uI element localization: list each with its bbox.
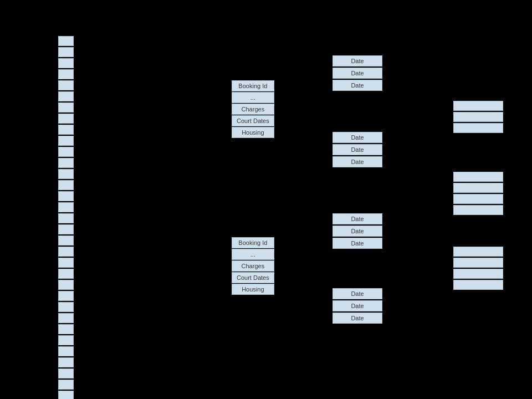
card-row: Charges bbox=[232, 260, 274, 272]
left-block bbox=[58, 47, 74, 57]
card-row: Booking Id bbox=[232, 80, 274, 91]
card-row: ... bbox=[232, 249, 274, 260]
date-box: Date bbox=[332, 288, 382, 299]
left-column bbox=[58, 36, 74, 399]
date-box: Date bbox=[332, 55, 382, 66]
date-box: Date bbox=[332, 144, 382, 155]
date-box: Date bbox=[332, 300, 382, 311]
left-block bbox=[58, 114, 74, 124]
left-block bbox=[58, 191, 74, 201]
right-block bbox=[453, 194, 503, 204]
date-box: Date bbox=[332, 213, 382, 224]
left-block bbox=[58, 213, 74, 223]
left-block bbox=[58, 291, 74, 301]
left-block bbox=[58, 224, 74, 234]
right-block bbox=[453, 172, 503, 182]
card-row: Housing bbox=[232, 284, 274, 295]
card-row: Court Dates bbox=[232, 115, 274, 126]
date-group-dates1: DateDateDate bbox=[332, 55, 382, 91]
date-box: Date bbox=[332, 226, 382, 237]
card-row: ... bbox=[232, 92, 274, 103]
left-block bbox=[58, 335, 74, 345]
left-block bbox=[58, 302, 74, 312]
date-group-dates4: DateDateDate bbox=[332, 288, 382, 324]
right-stack-rstack2 bbox=[453, 172, 503, 215]
right-block bbox=[453, 247, 503, 257]
left-block bbox=[58, 380, 74, 390]
date-group-dates2: DateDateDate bbox=[332, 132, 382, 167]
right-stack-rstack1 bbox=[453, 101, 503, 133]
left-block bbox=[58, 269, 74, 279]
left-block bbox=[58, 91, 74, 101]
date-box: Date bbox=[332, 132, 382, 143]
right-block bbox=[453, 280, 503, 290]
left-block bbox=[58, 369, 74, 378]
date-box: Date bbox=[332, 238, 382, 249]
left-block bbox=[58, 147, 74, 157]
date-group-dates3: DateDateDate bbox=[332, 213, 382, 249]
right-block bbox=[453, 258, 503, 268]
right-block bbox=[453, 112, 503, 122]
left-block bbox=[58, 346, 74, 356]
left-block bbox=[58, 391, 74, 399]
left-block bbox=[58, 80, 74, 90]
card-row: Charges bbox=[232, 104, 274, 115]
card-row: Housing bbox=[232, 127, 274, 138]
left-block bbox=[58, 180, 74, 190]
card-row: Booking Id bbox=[232, 237, 274, 248]
left-block bbox=[58, 136, 74, 146]
left-block bbox=[58, 103, 74, 112]
right-stack-rstack3 bbox=[453, 247, 503, 290]
right-block bbox=[453, 123, 503, 133]
booking-card-card1: Booking Id...ChargesCourt DatesHousing bbox=[232, 80, 274, 138]
card-row: Court Dates bbox=[232, 272, 274, 283]
right-block bbox=[453, 183, 503, 193]
left-block bbox=[58, 236, 74, 245]
left-block bbox=[58, 258, 74, 268]
left-block bbox=[58, 280, 74, 290]
left-block bbox=[58, 202, 74, 212]
left-block bbox=[58, 247, 74, 257]
left-block bbox=[58, 324, 74, 334]
left-block bbox=[58, 125, 74, 135]
date-box: Date bbox=[332, 68, 382, 79]
left-block bbox=[58, 58, 74, 68]
date-box: Date bbox=[332, 80, 382, 91]
right-block bbox=[453, 205, 503, 215]
booking-card-card2: Booking Id...ChargesCourt DatesHousing bbox=[232, 237, 274, 295]
right-block bbox=[453, 101, 503, 111]
left-block bbox=[58, 169, 74, 179]
left-block bbox=[58, 357, 74, 367]
date-box: Date bbox=[332, 156, 382, 167]
left-block bbox=[58, 36, 74, 46]
right-block bbox=[453, 269, 503, 279]
left-block bbox=[58, 158, 74, 168]
left-block bbox=[58, 313, 74, 323]
left-block bbox=[58, 69, 74, 79]
date-box: Date bbox=[332, 313, 382, 324]
